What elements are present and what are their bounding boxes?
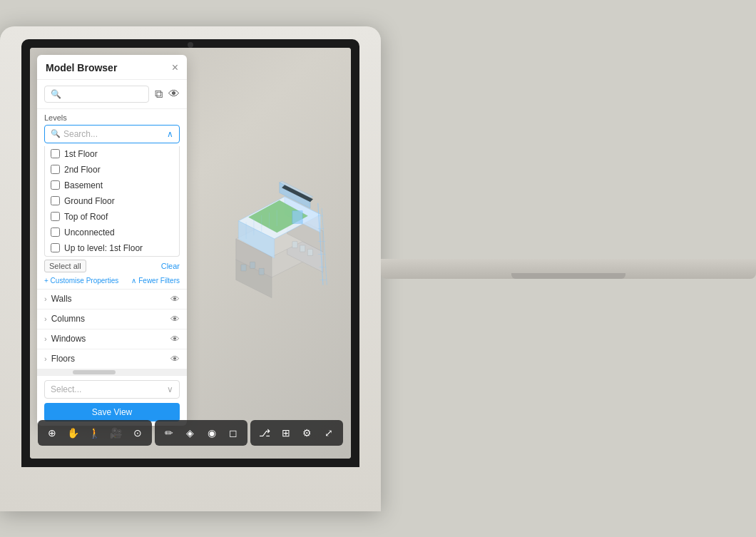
category-left: › Walls [44,294,72,304]
category-eye-icon[interactable]: 👁 [170,314,180,324]
checkbox-label: Unconnected [64,227,115,237]
checkbox-input[interactable] [51,165,60,174]
category-eye-icon[interactable]: 👁 [170,354,180,364]
checkbox-label: Basement [64,180,103,190]
layers-tool[interactable]: ◉ [202,423,222,443]
scrollbar-thumb[interactable] [73,370,116,374]
search-wrapper[interactable]: 🔍 [44,86,149,103]
category-item[interactable]: › Windows 👁 [37,329,187,349]
target-tool[interactable]: ⊙ [128,423,148,443]
checkbox-item[interactable]: Top of Roof [45,209,179,225]
levels-dropdown-search: 🔍 Search... [51,129,98,139]
checkbox-input[interactable] [51,243,60,252]
toolbar-group: ⎇⊞⚙⤢ [250,420,343,446]
close-button[interactable]: × [172,62,178,73]
category-left: › Floors [44,354,75,364]
section-tool[interactable]: ◻ [223,423,243,443]
category-eye-icon[interactable]: 👁 [170,334,180,344]
category-eye-icon[interactable]: 👁 [170,294,180,305]
select-arrow-icon: ∨ [167,384,173,394]
category-list: › Walls 👁 › Columns 👁 › Windows 👁 › Floo… [37,289,187,369]
camera-notch [188,42,193,48]
checkbox-input[interactable] [51,180,60,190]
checkbox-item[interactable]: 1st Floor [45,146,179,162]
category-label: Columns [51,314,85,324]
category-left: › Windows [44,334,86,344]
checkbox-item[interactable]: Ground Floor [45,193,179,209]
fullscreen-tool[interactable]: ⤢ [319,423,339,443]
clear-button[interactable]: Clear [161,262,180,270]
toolbar-group: ✏◈◉◻ [155,420,247,446]
customise-link[interactable]: + Customise Properties [44,277,118,285]
checkbox-label: Top of Roof [64,212,108,222]
panel-title: Model Browser [46,62,117,73]
draw-tool[interactable]: ✏ [159,423,179,443]
rotate-tool[interactable]: ⊕ [42,423,62,443]
checkbox-item[interactable]: 2nd Floor [45,162,179,178]
checkbox-input[interactable] [51,149,60,158]
checkbox-item[interactable]: Unconnected [45,225,179,240]
filter-icon[interactable]: ⧉ [155,88,163,101]
panel-footer: Select... ∨ Save View [37,375,187,426]
chevron-right-icon: › [44,295,47,303]
checkbox-input[interactable] [51,212,60,221]
select-tool[interactable]: ◈ [180,423,200,443]
select-all-button[interactable]: Select all [44,260,86,272]
screen-bezel: Model Browser × 🔍 ⧉ 👁 Level [21,39,359,467]
svg-rect-15 [292,241,297,247]
category-label: Floors [51,354,75,364]
checkbox-item[interactable]: Basement [45,178,179,193]
category-left: › Columns [44,314,85,324]
laptop-base [381,259,756,279]
eye-icon[interactable]: 👁 [168,88,180,101]
select-clear-row: Select all Clear [37,257,187,275]
grid-tool[interactable]: ⊞ [276,423,296,443]
tree-tool[interactable]: ⎇ [255,423,275,443]
scrollbar-area[interactable] [37,369,187,375]
svg-rect-17 [307,249,312,255]
levels-label: Levels [44,113,180,122]
svg-rect-16 [300,245,305,251]
filter-links-row: + Customise Properties ∧ Fewer Filters [37,275,187,289]
checkbox-input[interactable] [51,196,60,205]
settings-tool[interactable]: ⚙ [297,423,317,443]
svg-rect-13 [250,262,255,268]
checkbox-input[interactable] [51,227,60,237]
checkbox-item[interactable]: Up to level: 1st Floor [45,240,179,256]
model-browser-panel: Model Browser × 🔍 ⧉ 👁 Level [37,55,187,426]
toolbar: ⊕✋🚶🎥⊙✏◈◉◻⎇⊞⚙⤢ [38,420,343,446]
checkbox-label: Ground Floor [64,196,115,206]
toolbar-group: ⊕✋🚶🎥⊙ [38,420,152,446]
laptop-shell: Model Browser × 🔍 ⧉ 👁 Level [0,26,381,511]
walk-tool[interactable]: 🚶 [85,423,105,443]
search-row: 🔍 ⧉ 👁 [37,80,187,109]
chevron-right-icon: › [44,334,47,343]
search-input[interactable] [64,89,143,99]
chevron-right-icon: › [44,354,47,363]
svg-rect-14 [259,268,264,275]
checkbox-label: Up to level: 1st Floor [64,243,143,253]
levels-search-icon: 🔍 [51,129,61,138]
levels-dropdown[interactable]: 🔍 Search... ∧ [44,125,180,143]
3d-viewport: Model Browser × 🔍 ⧉ 👁 Level [30,48,351,459]
save-view-button[interactable]: Save View [44,403,180,421]
pan-tool[interactable]: ✋ [63,423,83,443]
category-item[interactable]: › Columns 👁 [37,310,187,329]
checkbox-label: 2nd Floor [64,165,101,175]
category-item[interactable]: › Floors 👁 [37,349,187,369]
search-icon: 🔍 [51,89,61,99]
laptop-screen: Model Browser × 🔍 ⧉ 👁 Level [30,48,351,459]
checkbox-label: 1st Floor [64,149,98,159]
svg-rect-12 [241,264,246,270]
building-illustration [215,62,344,416]
category-item[interactable]: › Walls 👁 [37,290,187,310]
camera-tool[interactable]: 🎥 [106,423,126,443]
panel-header: Model Browser × [37,55,187,80]
levels-section: Levels 🔍 Search... ∧ [37,109,187,146]
chevron-right-icon: › [44,314,47,323]
category-label: Walls [51,294,72,304]
select-placeholder: Select... [51,384,81,394]
checkbox-list: 1st Floor2nd FloorBasementGround FloorTo… [44,146,180,257]
select-dropdown[interactable]: Select... ∨ [44,380,180,399]
fewer-filters-link[interactable]: ∧ Fewer Filters [131,277,180,285]
